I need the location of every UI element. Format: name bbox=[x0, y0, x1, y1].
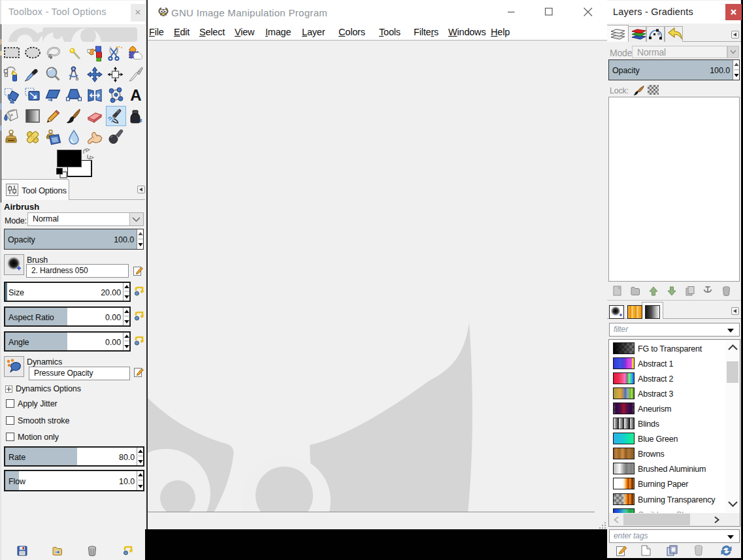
svg-text:A: A bbox=[130, 86, 141, 104]
